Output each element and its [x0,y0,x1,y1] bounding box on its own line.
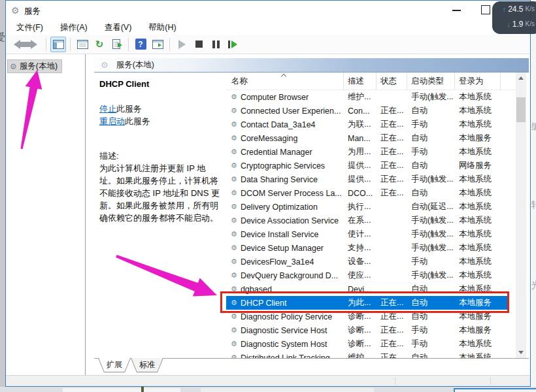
service-row[interactable]: ⚙Computer Browser 维护... 手动(触发... 本地系统 [226,90,516,104]
console-tree-panel: ⚙ 服务(本地) [6,54,86,375]
service-gear-icon: ⚙ [231,93,237,101]
back-arrow-icon [14,40,20,49]
stop-icon [195,41,203,48]
scrollbar-thumb[interactable] [516,97,526,122]
toolbar-separator [46,38,46,51]
screen: 爱 编 转 光 ⚙ 服务 文件(F) 操作(A) 查看(V) 帮助(H) [0,0,536,392]
toolbar: ↻ ? [6,35,530,54]
service-row[interactable]: ⚙Cryptographic Services 提供... 正在... 自动 网… [226,159,516,172]
service-gear-icon: ⚙ [231,230,237,238]
download-arrow-icon: ↓ [507,20,511,28]
service-gear-icon: ⚙ [231,353,237,358]
service-row[interactable]: ⚙Connected User Experien... Con... 正在...… [226,104,516,118]
help-icon: ? [135,39,146,50]
vertical-scrollbar[interactable] [516,73,526,358]
service-row[interactable]: ⚙Device Install Service 使计... 手动(触发... 本… [226,227,516,241]
results-pane-title: 服务(本地) [116,59,154,71]
extended-description-pane: DHCP Client 停止此服务 重启动此服务 描述: 为此计算机注册并更新 … [94,73,226,358]
service-row[interactable]: ⚙DCOM Server Process La... DCO... 正在... … [226,186,516,200]
service-row[interactable]: ⚙Data Sharing Service 提供... 正在... 手动(触发.… [226,172,516,186]
service-row[interactable]: ⚙DevicesFlow_3a1e4 设备... 手动 本地系统 [226,255,516,269]
service-gear-icon: ⚙ [231,271,237,280]
service-row[interactable]: ⚙DevQuery Background D... 使应... 手动(触发...… [226,269,516,282]
maximize-icon [481,5,490,14]
service-gear-icon: ⚙ [231,326,237,335]
service-row[interactable]: ⚙Diagnostic System Host 诊断... 正在... 手动 本… [226,337,516,351]
column-header-status[interactable]: 状态 [377,73,407,90]
restart-service-button[interactable] [225,37,241,52]
tree-item-services-local[interactable]: ⚙ 服务(本地) [7,59,62,73]
results-pane-header: ⚙ 服务(本地) [94,58,529,73]
status-divider [395,377,395,385]
restart-icon [228,41,237,48]
export-list-icon [112,39,120,49]
start-service-button[interactable] [174,37,190,52]
description-label: 描述: [99,150,222,162]
column-header-name[interactable]: 名称 [226,73,344,90]
service-gear-icon: ⚙ [231,189,237,197]
service-gear-icon: ⚙ [231,340,237,348]
stop-service-link[interactable]: 停止 [99,104,116,114]
upload-speed: ↑ 24.5 K/s [492,1,536,16]
menubar: 文件(F) 操作(A) 查看(V) 帮助(H) [6,20,530,35]
desktop-strip [0,387,536,392]
service-row[interactable]: ⚙Delivery Optimization 执行... 自动(延迟... 本地… [226,200,516,214]
menu-view[interactable]: 查看(V) [99,21,137,35]
service-gear-icon: ⚙ [231,216,237,225]
pause-service-button[interactable] [208,37,224,52]
scroll-up-icon [518,76,524,80]
service-gear-icon: ⚙ [231,106,237,115]
service-gear-icon: ⚙ [231,148,237,156]
background-text-fragment: 编 [531,121,536,133]
network-speed-overlay[interactable]: ↑ 24.5 K/s ↓ 1.9 K/s [492,1,536,34]
column-header-logon-as[interactable]: 登录为 [455,73,501,90]
column-header-description[interactable]: 描述 [344,73,377,90]
export-list-button[interactable] [109,37,124,52]
show-console-tree-button[interactable] [50,37,66,52]
restart-service-suffix: 此服务 [125,116,150,126]
properties-button[interactable] [75,37,90,52]
service-gear-icon: ⚙ [231,312,237,321]
new-window-icon [152,40,163,49]
service-row[interactable]: ⚙Credential Manager 为用... 正在... 手动 本地系统 [226,145,516,159]
forward-button[interactable] [26,37,42,52]
service-row[interactable]: ⚙Device Association Service 在系... 手动(触发.… [226,214,516,227]
toolbar-separator [128,38,129,51]
status-bar [6,375,530,386]
service-description: 描述: 为此计算机注册并更新 IP 地址。如果此服务停止，计算机将不能接收动态 … [99,150,222,224]
stop-service-button[interactable] [191,37,207,52]
upload-unit: K/s [526,5,535,12]
service-row[interactable]: ⚙Distributed Link Tracking... 维护... 正在..… [226,351,516,358]
refresh-icon: ↻ [95,39,104,50]
annotation-red-box [220,291,509,313]
column-header-startup-type[interactable]: 启动类型 [407,73,455,90]
minimize-icon [452,10,461,11]
menu-file[interactable]: 文件(F) [11,21,48,35]
service-row[interactable]: ⚙Diagnostic Service Host 诊断... 正在... 手动 … [226,323,516,337]
service-row[interactable]: ⚙CoreMessaging Man... 正在... 自动 本地服务 [226,131,516,145]
window-title: 服务 [24,6,41,17]
service-gear-icon: ⚙ [231,161,237,170]
service-row[interactable]: ⚙Device Setup Manager 支持... 手动(触发... 本地系… [226,241,516,255]
play-icon [178,40,186,49]
scroll-up-button[interactable] [516,73,526,84]
service-gear-icon: ⚙ [231,134,237,142]
minimize-button[interactable] [445,1,469,19]
selected-service-name: DHCP Client [99,79,149,89]
services-gear-icon: ⚙ [11,5,20,16]
scroll-down-button[interactable] [516,347,526,358]
refresh-button[interactable]: ↻ [92,37,107,52]
menu-help[interactable]: 帮助(H) [143,21,181,35]
tab-standard[interactable]: 标准 [131,358,163,372]
menu-action[interactable]: 操作(A) [55,21,93,35]
view-tabs-bar: 扩展 标准 [94,358,529,373]
scroll-down-icon [518,351,524,354]
service-row[interactable]: ⚙Contact Data_3a1e4 为联... 正在... 手动 本地系统 [226,118,516,131]
restart-service-link[interactable]: 重启动 [99,116,125,126]
tab-extended[interactable]: 扩展 [98,358,131,372]
service-table-body: ⚙Computer Browser 维护... 手动(触发... 本地系统 ⚙C… [226,90,516,358]
status-divider [490,377,491,385]
back-button[interactable] [9,37,25,52]
new-window-button[interactable] [150,37,165,52]
help-button[interactable]: ? [133,37,148,52]
